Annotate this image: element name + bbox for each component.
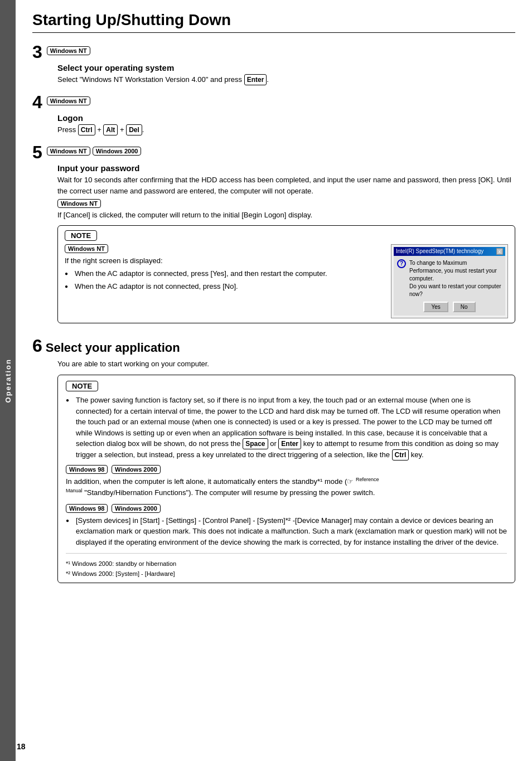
- space-key: Space: [243, 438, 268, 449]
- step5-note-bullets: When the AC adaptor is connected, press …: [65, 268, 384, 292]
- step3-text: Select "Windows NT Workstation Version 4…: [57, 74, 515, 85]
- step6-body: You are able to start working on your co…: [57, 358, 515, 584]
- step6-bullet1: The power saving function is factory set…: [66, 395, 507, 461]
- step6-win98-text: In addition, when the computer is left a…: [66, 476, 507, 498]
- step6-note-box: NOTE The power saving function is factor…: [57, 375, 515, 583]
- step6-number: 6: [32, 336, 42, 356]
- dialog-body: ? To change to Maximum Performance, you …: [394, 256, 505, 316]
- step4-tags: Windows NT: [47, 93, 90, 105]
- step3-os-tag: Windows NT: [47, 46, 90, 55]
- step5-note-intro: If the right screen is displayed:: [65, 255, 384, 266]
- side-tab-label: Operation: [4, 358, 12, 403]
- dialog-buttons: Yes No: [397, 302, 502, 312]
- step5-note-left: Windows NT If the right screen is displa…: [65, 244, 384, 318]
- dialog-close-btn[interactable]: x: [496, 248, 504, 255]
- enter-key2: Enter: [278, 438, 301, 449]
- step6-win98-section2: Windows 98 Windows 2000: [66, 504, 507, 513]
- step6-note-bullets: The power saving function is factory set…: [66, 395, 507, 461]
- step4-title: Logon: [57, 113, 515, 123]
- step4-number: 4: [32, 93, 42, 111]
- dialog-yes-btn[interactable]: Yes: [423, 302, 448, 312]
- step5-note-title: NOTE: [65, 230, 97, 241]
- step5-title: Input your password: [57, 163, 515, 173]
- step6-win98-section1: Windows 98 Windows 2000: [66, 465, 507, 474]
- dialog-question-icon: ?: [397, 259, 406, 268]
- step6-win98-tag: Windows 98: [66, 465, 108, 474]
- step5-dialog: Intel(R) SpeedStep(TM) technology x ? To…: [391, 244, 508, 318]
- step6-system-bullets: [System devices] in [Start] - [Settings]…: [66, 515, 507, 548]
- step4-body: Logon Press Ctrl + Alt + Del.: [57, 113, 515, 135]
- step5-nt-inline: Windows NT: [57, 199, 101, 208]
- step6-section: 6 Select your application You are able t…: [32, 336, 515, 584]
- step5-text2: If [Cancel] is clicked, the computer wil…: [57, 210, 515, 221]
- step6-row: 6 Select your application: [32, 336, 515, 356]
- del-key: Del: [126, 124, 142, 135]
- step6-win2000-tag: Windows 2000: [112, 465, 161, 474]
- step5-bullet2: When the AC adaptor is not connected, pr…: [65, 281, 384, 292]
- step3-row: 3 Windows NT: [32, 43, 515, 61]
- step3-body: Select your operating system Select "Win…: [57, 63, 515, 85]
- step6-win98-tag2: Windows 98: [66, 504, 108, 513]
- step6-note-title: NOTE: [66, 381, 98, 391]
- step5-note-box: NOTE Windows NT If the right screen is d…: [57, 225, 515, 323]
- footnote1: *¹ Windows 2000: standby or hibernation: [66, 560, 507, 567]
- page-number: 18: [17, 742, 26, 751]
- step5-os-tag-2000: Windows 2000: [93, 147, 142, 156]
- step3-number: 3: [32, 43, 42, 61]
- step5-tags: Windows NT Windows 2000: [47, 143, 142, 156]
- step5-note-inner: Windows NT If the right screen is displa…: [65, 244, 508, 318]
- enter-key: Enter: [244, 74, 267, 85]
- ctrl-key: Ctrl: [78, 124, 95, 135]
- step6-title: Select your application: [46, 341, 180, 355]
- ctrl-key2: Ctrl: [392, 449, 409, 461]
- step6-system-bullet: [System devices] in [Start] - [Settings]…: [66, 515, 507, 548]
- page-title: Starting Up/Shutting Down: [32, 11, 515, 33]
- dialog-title-text: Intel(R) SpeedStep(TM) technology: [396, 248, 483, 254]
- step5-bullet1: When the AC adaptor is connected, press …: [65, 268, 384, 279]
- step5-row: 5 Windows NT Windows 2000: [32, 143, 515, 161]
- dialog-title-bar: Intel(R) SpeedStep(TM) technology x: [394, 247, 505, 256]
- step6-text: You are able to start working on your co…: [57, 358, 515, 370]
- step6-footnotes: *¹ Windows 2000: standby or hibernation …: [66, 553, 507, 577]
- step5-text1: Wait for 10 seconds after confirming tha…: [57, 175, 515, 196]
- step5-os-tag-nt: Windows NT: [47, 147, 90, 156]
- dialog-text: To change to Maximum Performance, you mu…: [409, 259, 502, 298]
- step5-note-nt-tag: Windows NT: [65, 244, 108, 253]
- step5-number: 5: [32, 143, 42, 161]
- step3-tags: Windows NT: [47, 43, 90, 55]
- step4-os-tag: Windows NT: [47, 96, 90, 105]
- alt-key: Alt: [103, 124, 118, 135]
- step3-title: Select your operating system: [57, 63, 515, 72]
- main-content: Starting Up/Shutting Down 3 Windows NT S…: [16, 0, 532, 761]
- side-tab: Operation: [0, 0, 16, 761]
- step4-row: 4 Windows NT: [32, 93, 515, 111]
- dialog-no-btn[interactable]: No: [453, 302, 476, 312]
- step5-body: Input your password Wait for 10 seconds …: [57, 163, 515, 323]
- step6-win2000-tag2: Windows 2000: [112, 504, 161, 513]
- footnote2: *² Windows 2000: [System] - [Hardware]: [66, 570, 507, 577]
- step4-text: Press Ctrl + Alt + Del.: [57, 124, 515, 135]
